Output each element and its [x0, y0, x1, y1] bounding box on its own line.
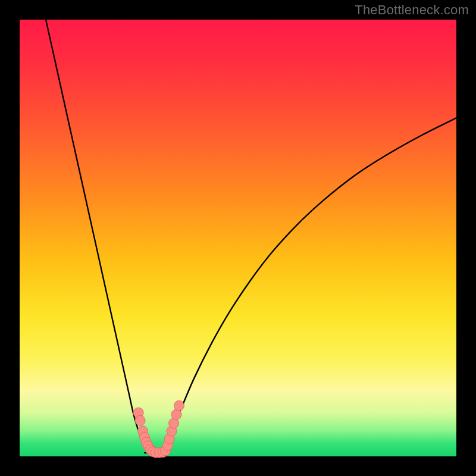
- chart-frame: { "watermark": "TheBottleneck.com", "cha…: [0, 0, 476, 476]
- bottleneck-chart: [0, 0, 476, 476]
- gradient-background: [20, 20, 456, 456]
- data-marker: [135, 415, 145, 425]
- watermark-text: TheBottleneck.com: [355, 2, 469, 18]
- data-marker: [174, 400, 184, 411]
